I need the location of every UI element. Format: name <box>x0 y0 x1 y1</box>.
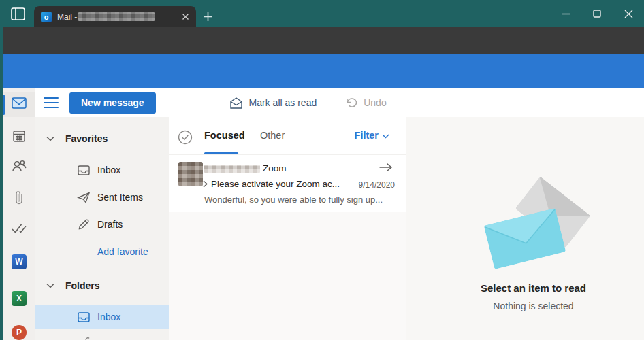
browser-titlebar: o Mail - <box>0 0 644 27</box>
collapse-pane-icon[interactable] <box>44 97 59 109</box>
filter-dropdown[interactable]: Filter <box>355 130 389 141</box>
blurred-tab-title <box>78 12 155 21</box>
email-preview: Wonderful, so you were able to fully sig… <box>204 194 400 205</box>
folder-inbox-selected[interactable]: Inbox <box>35 305 169 329</box>
new-tab-icon[interactable] <box>203 12 213 22</box>
chevron-down-icon <box>46 283 54 288</box>
mail-icon[interactable] <box>12 97 27 109</box>
rail-selection-indicator <box>3 95 5 115</box>
command-bar: New message Mark all as read Undo <box>35 88 644 117</box>
tab-title: Mail - <box>57 12 77 22</box>
mark-all-as-read-button[interactable]: Mark all as read <box>229 97 317 109</box>
blue-envelope-illustration <box>484 208 566 269</box>
email-date: 9/14/2020 <box>359 180 395 190</box>
inbox-icon <box>77 165 91 176</box>
blurred-sender-name <box>204 165 260 173</box>
reading-pane: Select an item to read Nothing is select… <box>406 117 644 340</box>
folder-pane: Favorites Inbox Sent Items <box>35 117 169 340</box>
people-icon[interactable] <box>12 159 27 172</box>
partial-next-folder-icon <box>78 335 91 340</box>
folders-section-header[interactable]: Folders <box>35 277 169 294</box>
favorite-inbox[interactable]: Inbox <box>35 158 169 182</box>
empty-state-title: Select an item to read <box>415 282 644 294</box>
email-subject: Please activate your Zoom ac... <box>211 179 340 189</box>
tab-actions-icon[interactable] <box>11 7 25 20</box>
browser-tab-mail[interactable]: o Mail - <box>34 6 196 27</box>
minimize-icon[interactable] <box>550 0 581 27</box>
tab-focused[interactable]: Focused <box>204 130 245 141</box>
select-all-icon[interactable] <box>178 130 193 145</box>
sender-name: Zoom <box>263 163 287 173</box>
undo-button: Undo <box>345 97 386 109</box>
outlook-header: Outlook Search Teams call <box>0 54 644 88</box>
message-list-header: Focused Other Filter <box>169 117 406 155</box>
favorites-section-header[interactable]: Favorites <box>35 131 169 147</box>
outlook-favicon: o <box>41 12 52 22</box>
favorite-drafts[interactable]: Drafts <box>35 212 169 237</box>
maximize-icon[interactable] <box>581 0 613 27</box>
forward-arrow-icon[interactable] <box>379 162 393 173</box>
pencil-icon <box>77 218 91 231</box>
add-favorite-link[interactable]: Add favorite <box>97 246 148 257</box>
send-icon <box>77 192 91 203</box>
tab-other[interactable]: Other <box>260 130 285 141</box>
word-icon[interactable]: W <box>12 254 27 269</box>
inbox-icon <box>77 311 91 323</box>
message-list: Focused Other Filter Zoom Please activat… <box>169 117 406 340</box>
todo-icon[interactable] <box>12 223 27 234</box>
attachment-icon[interactable] <box>15 190 24 205</box>
excel-icon[interactable]: X <box>12 291 27 306</box>
close-window-icon[interactable] <box>613 0 644 27</box>
sender-avatar-blurred <box>178 162 203 186</box>
empty-state-subtitle: Nothing is selected <box>415 301 644 311</box>
expand-conversation-icon[interactable] <box>203 180 208 188</box>
favorite-sent-items[interactable]: Sent Items <box>35 185 169 209</box>
focused-tab-underline <box>204 152 238 154</box>
window-controls <box>550 0 644 27</box>
undo-icon <box>345 97 357 109</box>
window-edge <box>0 27 3 340</box>
chevron-down-icon <box>382 134 389 139</box>
new-message-button[interactable]: New message <box>69 92 156 114</box>
app-rail: W X P <box>3 88 35 340</box>
calendar-icon[interactable] <box>12 129 26 143</box>
powerpoint-icon[interactable]: P <box>12 325 27 340</box>
email-list-item[interactable]: Zoom Please activate your Zoom ac... 9/1… <box>169 155 406 212</box>
open-envelope-icon <box>229 97 243 109</box>
edge-browser-window: o Mail - <box>0 0 644 340</box>
tab-close-icon[interactable] <box>182 13 189 20</box>
chevron-down-icon <box>46 136 54 141</box>
browser-toolbar: https://outlook.office365.com/mail/inbox <box>0 27 644 54</box>
